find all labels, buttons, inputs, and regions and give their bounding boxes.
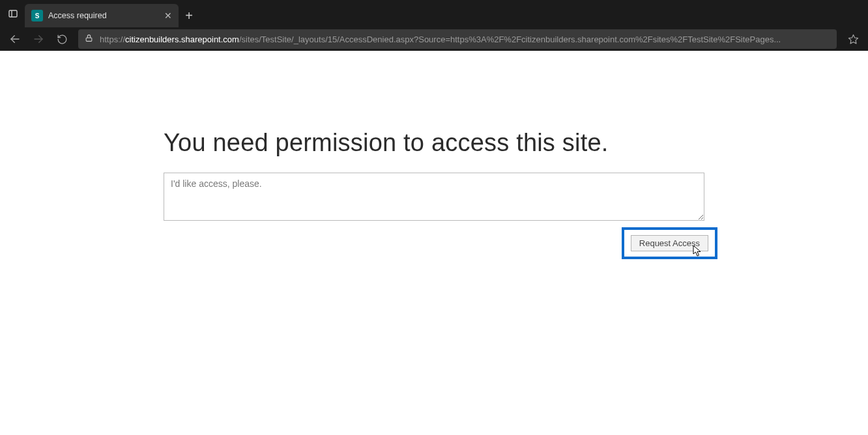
url-text: https://citizenbuilders.sharepoint.com/s…	[100, 35, 781, 44]
address-bar[interactable]: https://citizenbuilders.sharepoint.com/s…	[78, 29, 837, 49]
back-button[interactable]	[4, 29, 26, 49]
tab-title: Access required	[48, 11, 159, 20]
svg-rect-4	[86, 38, 92, 41]
tab-actions-button[interactable]	[3, 0, 23, 27]
lock-icon	[85, 34, 93, 44]
favicon-letter: S	[35, 12, 40, 20]
sharepoint-favicon: S	[31, 10, 43, 21]
forward-button[interactable]	[27, 29, 50, 49]
favorites-button[interactable]	[842, 29, 864, 49]
browser-tab[interactable]: S Access required ✕	[25, 4, 179, 27]
url-path: /sites/TestSite/_layouts/15/AccessDenied…	[239, 35, 781, 44]
refresh-button[interactable]	[51, 29, 73, 49]
request-access-button[interactable]: Request Access	[631, 235, 708, 251]
page-heading: You need permission to access this site.	[164, 129, 704, 157]
url-prefix: https://	[100, 35, 125, 44]
close-tab-icon[interactable]: ✕	[164, 11, 172, 20]
svg-marker-5	[848, 35, 858, 43]
access-request-message-input[interactable]	[164, 173, 704, 221]
annotation-highlight: Request Access	[622, 227, 717, 259]
svg-rect-0	[9, 10, 17, 17]
url-host: citizenbuilders.sharepoint.com	[125, 35, 239, 44]
new-tab-button[interactable]: +	[179, 4, 199, 27]
